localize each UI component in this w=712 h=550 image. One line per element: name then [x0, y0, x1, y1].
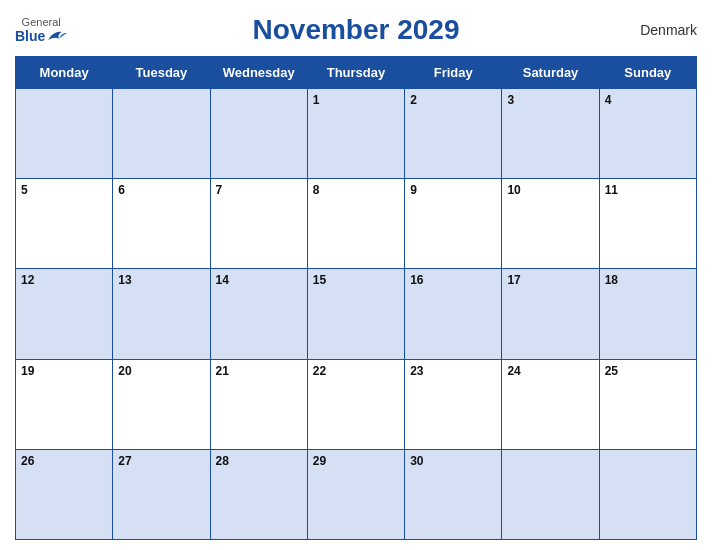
calendar-cell: 19 — [16, 359, 113, 449]
calendar-cell: 4 — [599, 89, 696, 179]
day-number: 22 — [313, 364, 326, 378]
calendar-cell: 13 — [113, 269, 210, 359]
calendar-header: General Blue November 2029 Denmark — [15, 10, 697, 50]
country-label: Denmark — [640, 22, 697, 38]
day-number: 23 — [410, 364, 423, 378]
calendar-cell: 28 — [210, 449, 307, 539]
calendar-cell: 27 — [113, 449, 210, 539]
calendar-cell — [599, 449, 696, 539]
calendar-cell — [210, 89, 307, 179]
day-number: 20 — [118, 364, 131, 378]
calendar-cell: 8 — [307, 179, 404, 269]
day-number: 25 — [605, 364, 618, 378]
calendar-cell: 16 — [405, 269, 502, 359]
calendar-week-3: 12131415161718 — [16, 269, 697, 359]
calendar-week-2: 567891011 — [16, 179, 697, 269]
calendar-cell: 7 — [210, 179, 307, 269]
calendar-cell: 15 — [307, 269, 404, 359]
day-number: 19 — [21, 364, 34, 378]
calendar-cell: 22 — [307, 359, 404, 449]
day-number: 5 — [21, 183, 28, 197]
calendar-week-4: 19202122232425 — [16, 359, 697, 449]
calendar-body: 1234567891011121314151617181920212223242… — [16, 89, 697, 540]
day-number: 18 — [605, 273, 618, 287]
calendar-week-1: 1234 — [16, 89, 697, 179]
calendar-table: MondayTuesdayWednesdayThursdayFridaySatu… — [15, 56, 697, 540]
calendar-cell: 20 — [113, 359, 210, 449]
day-number: 7 — [216, 183, 223, 197]
day-number: 9 — [410, 183, 417, 197]
weekday-header-thursday: Thursday — [307, 57, 404, 89]
day-number: 17 — [507, 273, 520, 287]
calendar-cell: 26 — [16, 449, 113, 539]
calendar-cell: 30 — [405, 449, 502, 539]
calendar-cell: 10 — [502, 179, 599, 269]
day-number: 16 — [410, 273, 423, 287]
calendar-cell: 6 — [113, 179, 210, 269]
day-number: 29 — [313, 454, 326, 468]
day-number: 10 — [507, 183, 520, 197]
logo-bird-icon — [47, 28, 67, 44]
day-number: 13 — [118, 273, 131, 287]
weekday-header-friday: Friday — [405, 57, 502, 89]
weekday-header-wednesday: Wednesday — [210, 57, 307, 89]
calendar-cell: 24 — [502, 359, 599, 449]
calendar-cell: 11 — [599, 179, 696, 269]
day-number: 2 — [410, 93, 417, 107]
calendar-cell: 25 — [599, 359, 696, 449]
day-number: 27 — [118, 454, 131, 468]
weekday-header-tuesday: Tuesday — [113, 57, 210, 89]
day-number: 1 — [313, 93, 320, 107]
calendar-week-5: 2627282930 — [16, 449, 697, 539]
weekday-header-monday: Monday — [16, 57, 113, 89]
calendar-cell: 23 — [405, 359, 502, 449]
day-number: 4 — [605, 93, 612, 107]
day-number: 26 — [21, 454, 34, 468]
weekday-header-saturday: Saturday — [502, 57, 599, 89]
calendar-cell: 29 — [307, 449, 404, 539]
day-number: 11 — [605, 183, 618, 197]
calendar-cell — [113, 89, 210, 179]
calendar-cell — [502, 449, 599, 539]
calendar-cell — [16, 89, 113, 179]
calendar-cell: 9 — [405, 179, 502, 269]
calendar-cell: 17 — [502, 269, 599, 359]
calendar-cell: 21 — [210, 359, 307, 449]
calendar-cell: 5 — [16, 179, 113, 269]
calendar-cell: 2 — [405, 89, 502, 179]
day-number: 6 — [118, 183, 125, 197]
calendar-cell: 12 — [16, 269, 113, 359]
day-number: 30 — [410, 454, 423, 468]
day-number: 24 — [507, 364, 520, 378]
calendar-cell: 14 — [210, 269, 307, 359]
day-number: 15 — [313, 273, 326, 287]
day-number: 3 — [507, 93, 514, 107]
calendar-cell: 18 — [599, 269, 696, 359]
day-number: 21 — [216, 364, 229, 378]
day-number: 8 — [313, 183, 320, 197]
logo: General Blue — [15, 17, 67, 44]
calendar-header-row: MondayTuesdayWednesdayThursdayFridaySatu… — [16, 57, 697, 89]
logo-blue-text: Blue — [15, 29, 45, 43]
weekday-header-sunday: Sunday — [599, 57, 696, 89]
calendar-cell: 3 — [502, 89, 599, 179]
logo-general-text: General — [22, 17, 61, 28]
day-number: 28 — [216, 454, 229, 468]
day-number: 12 — [21, 273, 34, 287]
page-title: November 2029 — [252, 14, 459, 46]
calendar-cell: 1 — [307, 89, 404, 179]
day-number: 14 — [216, 273, 229, 287]
